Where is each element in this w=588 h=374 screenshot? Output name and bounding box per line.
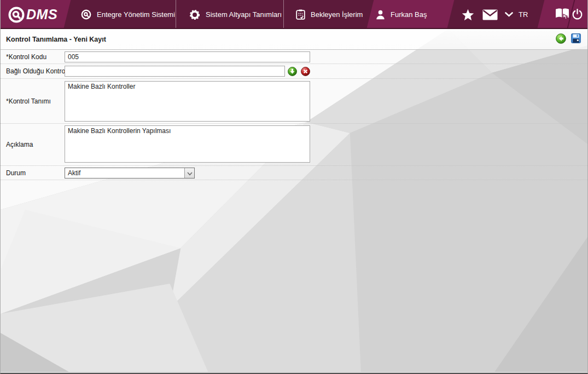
gear-icon	[189, 9, 200, 20]
field-label: *Kontrol Tanımı	[6, 97, 51, 105]
aciklama-textarea[interactable]: Makine Bazlı Kontrollerin Yapılması	[65, 125, 310, 163]
qdms-logo-icon	[8, 6, 25, 24]
red-x-icon	[301, 70, 310, 78]
field-label: Durum	[6, 169, 26, 177]
menu-divider	[283, 0, 284, 28]
select-dropdown-button[interactable]	[184, 168, 194, 178]
chevron-down-icon	[187, 168, 193, 178]
qdms-logo-text: DMS	[26, 7, 57, 22]
power-icon	[572, 9, 583, 20]
page-toolbar: Kontrol Tanımlama - Yeni Kayıt	[1, 29, 587, 50]
qdms-app-window: DMS Entegre Yönetim Sistemi Sistem Altya…	[0, 0, 588, 374]
clear-button[interactable]	[301, 67, 310, 76]
form-row-durum: Durum Aktif	[1, 166, 587, 180]
save-disk-icon	[571, 33, 581, 45]
menu-item-label: Bekleyen İşlerim	[311, 10, 363, 19]
kontrol-kodu-input[interactable]	[65, 51, 310, 62]
green-down-arrow-icon	[288, 70, 297, 78]
qdms-logo[interactable]: DMS	[8, 0, 57, 29]
logout-button[interactable]	[572, 0, 583, 29]
form-row-bagli-oldugu-kontrol: Bağlı Olduğu Kontrol	[1, 64, 587, 79]
language-code: TR	[519, 10, 528, 19]
top-navbar: DMS Entegre Yönetim Sistemi Sistem Altya…	[1, 0, 587, 29]
menu-item-label: Sistem Altyapı Tanımları	[206, 10, 282, 19]
page-title: Kontrol Tanımlama - Yeni Kayıt	[6, 36, 106, 43]
user-icon	[376, 10, 385, 20]
tasks-clipboard-icon	[296, 9, 305, 20]
menu-item-sistem-altyapi-tanimlari[interactable]: Sistem Altyapı Tanımları	[189, 0, 282, 29]
field-label: Bağlı Olduğu Kontrol	[6, 67, 67, 75]
favorites-star-icon	[462, 9, 474, 21]
form-row-kontrol-tanimi: *Kontrol Tanımı Makine Bazlı Kontroller	[1, 79, 587, 124]
durum-selected-value: Aktif	[65, 169, 184, 177]
back-arrow-icon	[556, 33, 566, 45]
menu-divider	[176, 0, 176, 28]
chevron-down-icon	[505, 12, 513, 17]
kontrol-tanimi-textarea[interactable]: Makine Bazlı Kontroller	[65, 81, 310, 122]
lookup-button[interactable]	[288, 67, 297, 76]
form-row-kontrol-kodu: *Kontrol Kodu	[1, 50, 587, 64]
form-row-aciklama: Açıklama Makine Bazlı Kontrollerin Yapıl…	[1, 124, 587, 166]
menu-item-label: Entegre Yönetim Sistemi	[97, 10, 175, 19]
mail-icon	[482, 9, 498, 20]
page-content: Kontrol Tanımlama - Yeni Kayıt	[1, 29, 587, 372]
help-book-icon	[555, 8, 570, 22]
user-menu[interactable]: Furkan Baş	[376, 0, 427, 29]
favorites-button[interactable]	[462, 0, 474, 29]
field-label: Açıklama	[6, 141, 33, 148]
field-label: *Kontrol Kodu	[6, 53, 46, 61]
menu-item-entegre-yonetim-sistemi[interactable]: Entegre Yönetim Sistemi	[81, 0, 175, 29]
help-manual-button[interactable]	[555, 0, 570, 29]
menu-item-bekleyen-islerim[interactable]: Bekleyen İşlerim	[296, 0, 363, 29]
qdms-ring-icon	[81, 9, 91, 20]
save-button[interactable]	[571, 33, 581, 45]
back-button[interactable]	[556, 33, 566, 45]
user-name: Furkan Baş	[391, 10, 427, 19]
bagli-oldugu-kontrol-input[interactable]	[65, 66, 285, 77]
messages-button[interactable]	[482, 0, 498, 29]
language-selector[interactable]: TR	[505, 0, 528, 29]
durum-select[interactable]: Aktif	[65, 168, 195, 179]
